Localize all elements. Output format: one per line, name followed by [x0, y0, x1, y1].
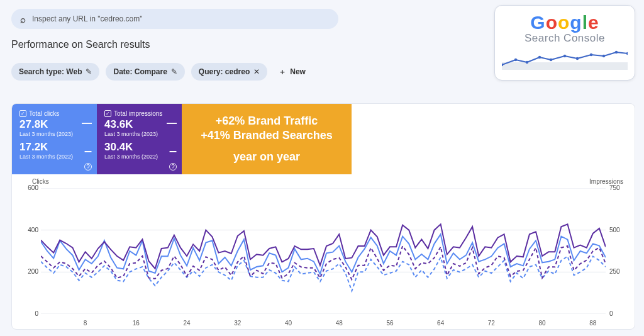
- new-filter-button[interactable]: ＋ New: [274, 63, 311, 81]
- x-tick: 64: [435, 320, 447, 327]
- svg-point-3: [526, 61, 528, 64]
- y-tick-left: 400: [21, 227, 38, 233]
- metric-row: ✓ Total clicks — 27.8K Last 3 months (20…: [12, 104, 635, 174]
- svg-point-10: [615, 51, 618, 53]
- y-tick-left: 200: [21, 268, 38, 275]
- svg-rect-0: [502, 62, 628, 70]
- trend-icon: —: [82, 118, 91, 129]
- x-tick: 32: [231, 320, 244, 327]
- x-tick: 8: [79, 320, 92, 327]
- chip-date-compare[interactable]: Date: Compare ✎: [106, 63, 184, 81]
- svg-point-7: [576, 57, 579, 60]
- svg-point-6: [564, 55, 566, 57]
- brand-sub: Search Console: [525, 32, 605, 45]
- chip-query[interactable]: Query: cedreo ✕: [191, 63, 267, 81]
- pencil-icon: ✎: [86, 67, 92, 76]
- svg-point-2: [514, 59, 517, 61]
- x-tick: 56: [384, 320, 396, 327]
- trend-icon: —: [167, 118, 175, 129]
- svg-point-11: [626, 52, 628, 55]
- url-inspect-search[interactable]: ⌕ Inspect any URL in "cedreo.com": [11, 9, 338, 29]
- svg-point-4: [538, 56, 541, 59]
- pencil-icon: ✎: [171, 67, 177, 76]
- search-placeholder: Inspect any URL in "cedreo.com": [32, 14, 143, 23]
- close-icon: ✕: [253, 67, 260, 76]
- x-tick: 16: [130, 320, 142, 327]
- brand-card: Google Search Console: [494, 5, 635, 81]
- chip-search-type[interactable]: Search type: Web ✎: [11, 63, 99, 81]
- metric-clicks[interactable]: ✓ Total clicks — 27.8K Last 3 months (20…: [12, 104, 97, 174]
- x-tick: 40: [282, 320, 295, 327]
- checkbox-icon: ✓: [19, 110, 26, 117]
- y-tick-right: 250: [609, 268, 627, 275]
- x-tick: 48: [333, 320, 345, 327]
- x-tick: 24: [180, 320, 193, 327]
- callout-banner: +62% Brand Traffic +41% Branded Searches…: [182, 104, 352, 174]
- plus-icon: ＋: [279, 67, 286, 77]
- checkbox-icon: ✓: [104, 110, 111, 117]
- x-tick: 72: [485, 320, 497, 327]
- performance-panel: ✓ Total clicks — 27.8K Last 3 months (20…: [11, 103, 635, 330]
- y-tick-right: 750: [609, 184, 627, 191]
- y-tick-left: 0: [21, 310, 38, 317]
- google-logo: Google: [530, 12, 599, 33]
- y-tick-right: 500: [609, 227, 627, 233]
- y-tick-right: 0: [609, 310, 627, 317]
- x-tick: 88: [587, 320, 599, 327]
- chart-area: Clicks Impressions 020040060002505007508…: [12, 174, 635, 330]
- search-icon: ⌕: [20, 14, 26, 25]
- x-tick: 80: [536, 320, 548, 327]
- svg-point-5: [550, 59, 552, 61]
- brand-sparkline: [502, 48, 628, 70]
- svg-point-8: [590, 53, 592, 56]
- line-chart: [41, 188, 606, 314]
- page-title: Performance on Search results: [11, 39, 150, 50]
- filter-bar: Search type: Web ✎ Date: Compare ✎ Query…: [11, 63, 311, 81]
- metric-impressions[interactable]: ✓ Total impressions — 43.6K Last 3 month…: [97, 104, 182, 174]
- info-icon[interactable]: ?: [84, 163, 92, 171]
- info-icon[interactable]: ?: [169, 163, 177, 171]
- svg-point-9: [602, 55, 605, 57]
- y-tick-left: 600: [21, 184, 38, 191]
